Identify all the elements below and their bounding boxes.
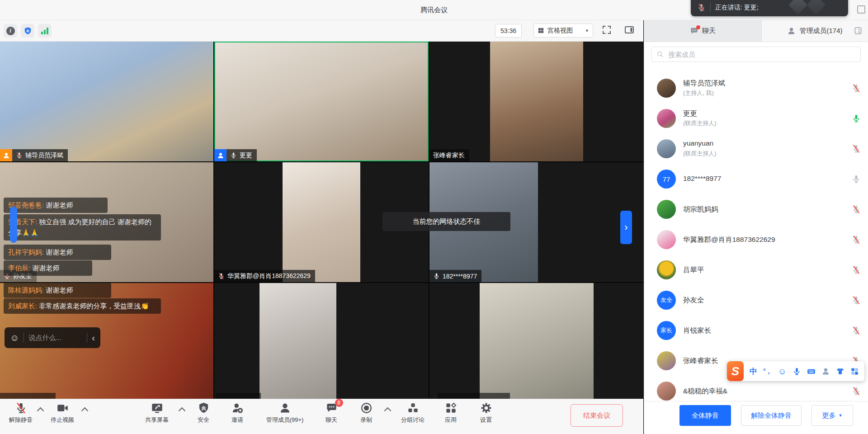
share-options-chevron[interactable]	[179, 407, 186, 415]
gear-icon	[480, 402, 492, 414]
ime-keyboard-icon[interactable]	[807, 367, 816, 376]
next-page-button[interactable]: ›	[620, 211, 632, 244]
divider	[24, 333, 24, 343]
meeting-security-button[interactable]	[21, 24, 34, 38]
chat-text: 谢谢老师	[46, 248, 73, 256]
grid-view-icon	[538, 27, 544, 34]
mic-muted-icon	[697, 3, 706, 12]
manage-members-button[interactable]: 管理成员(99+)	[258, 402, 312, 424]
settings-button[interactable]: 设置	[472, 402, 500, 424]
ime-skin-shirt-icon[interactable]	[836, 367, 844, 376]
chat-message: 邹荟尧爸爸: 谢谢老师	[4, 198, 108, 213]
layout-toggle-button[interactable]	[624, 24, 635, 35]
tab-members-label: 管理成员(174)	[799, 27, 842, 35]
mic-muted-icon[interactable]	[852, 84, 861, 93]
chat-sender: 刘威家长:	[8, 302, 37, 310]
ime-voice-icon[interactable]	[793, 367, 801, 376]
ime-language-mode[interactable]: 中	[750, 368, 757, 375]
unmute-all-button[interactable]: 解除全体静音	[741, 405, 802, 426]
person-icon	[279, 402, 291, 414]
tencent-meeting-window: 腾讯会议 i 53:36 宫格视图 ▼ 正在讲话: 更更;	[0, 0, 868, 434]
chat-input-bar[interactable]: ☺ 说点什么... ‹	[5, 327, 100, 348]
member-search-box[interactable]	[651, 47, 861, 62]
person-icon	[3, 152, 10, 159]
ime-emoji-icon[interactable]: ☺	[778, 367, 787, 376]
view-mode-label: 宫格视图	[547, 27, 573, 35]
member-row[interactable]: 更更 (联席主持人)	[644, 108, 868, 132]
collapse-chevron-icon[interactable]: ‹	[92, 333, 95, 343]
video-tile[interactable]	[214, 283, 429, 399]
bottom-toolbar: 解除静音 停止视频 共享屏幕 安全 邀请 管理成员(99+) 8	[0, 399, 643, 434]
tab-chat[interactable]: 聊天	[644, 20, 762, 42]
participant-name: 更更	[240, 151, 252, 160]
record-button[interactable]: 录制	[353, 402, 380, 424]
mute-all-button[interactable]: 全体静音	[679, 405, 731, 426]
chat-unread-badge: 8	[335, 399, 343, 407]
window-title: 腾讯会议	[420, 6, 448, 14]
video-tile[interactable]	[429, 283, 644, 399]
member-row[interactable]: 家长 肖锐家长	[644, 320, 868, 344]
ime-skin-person-icon[interactable]	[821, 367, 830, 376]
mic-on-icon	[433, 273, 440, 279]
avatar	[657, 109, 676, 128]
video-tile[interactable]: 辅导员范泽斌	[0, 42, 213, 161]
chat-sender: 李伯辰:	[8, 264, 30, 272]
breakout-rooms-button[interactable]: 分组讨论	[388, 402, 438, 424]
member-row[interactable]: 友全 孙友全	[644, 290, 868, 314]
emoji-icon[interactable]: ☺	[10, 333, 19, 343]
network-status-button[interactable]	[38, 24, 52, 38]
video-options-chevron[interactable]	[81, 407, 89, 415]
member-row[interactable]: 辅导员范泽斌 (主持人, 我)	[644, 78, 868, 102]
tile-name-tag: 张峰睿家长	[429, 149, 469, 161]
participant-name: 华翼雅郡@肖肖18873622629	[227, 272, 311, 280]
member-row[interactable]: 胡宗凯妈妈	[644, 199, 868, 223]
view-mode-dropdown[interactable]: 宫格视图 ▼	[533, 24, 593, 38]
fullscreen-icon	[601, 24, 612, 35]
mic-active-icon[interactable]	[852, 114, 861, 123]
member-row[interactable]: 华翼雅郡@肖肖18873622629	[644, 229, 868, 254]
mic-muted-icon[interactable]	[852, 205, 861, 214]
member-row[interactable]: 77 182****8977	[644, 169, 868, 193]
video-tile-active-speaker[interactable]: 更更	[214, 42, 429, 161]
tab-manage-members[interactable]: 管理成员(174)	[762, 20, 868, 42]
mic-on-icon[interactable]	[852, 175, 861, 184]
chat-input-placeholder[interactable]: 说点什么...	[28, 334, 82, 342]
tile-name-tag: 辅导员范泽斌	[0, 149, 68, 161]
video-tile[interactable]: 张峰睿家长	[429, 42, 644, 161]
chat-scrollbar-thumb[interactable]	[10, 207, 17, 243]
video-feed	[283, 162, 360, 282]
sogou-logo-icon[interactable]: S	[727, 361, 744, 381]
member-row[interactable]: 吕翠平	[644, 259, 868, 284]
chat-message: 笑看天下: 独立自强 成为更好的自己 谢谢老师的分享🙏🙏	[4, 214, 161, 241]
fullscreen-button[interactable]	[601, 24, 612, 35]
float-window-icon[interactable]	[857, 5, 865, 14]
mic-muted-icon[interactable]	[852, 144, 861, 153]
apps-button[interactable]: 应用	[437, 402, 464, 424]
tile-name-tag: 182****8977	[429, 270, 481, 282]
mic-muted-icon	[15, 402, 27, 414]
member-row[interactable]: yuanyuan (联席主持人)	[644, 138, 868, 163]
share-screen-button[interactable]: 共享屏幕	[137, 402, 177, 424]
search-input[interactable]	[667, 50, 856, 59]
stop-video-button[interactable]: 停止视频	[43, 402, 81, 424]
mic-muted-icon[interactable]	[852, 326, 861, 335]
mic-muted-icon[interactable]	[852, 235, 861, 244]
unmute-button[interactable]: 解除静音	[2, 402, 40, 424]
panel-footer: 全体静音 解除全体静音 更多 ▼	[644, 401, 868, 434]
ime-toolbox-icon[interactable]	[850, 367, 859, 376]
security-button[interactable]: 安全	[190, 402, 217, 424]
mic-muted-icon[interactable]	[852, 265, 861, 274]
more-button[interactable]: 更多 ▼	[811, 405, 853, 426]
profile-badge	[0, 149, 12, 161]
invite-button[interactable]: 邀请	[224, 402, 251, 424]
meeting-info-button[interactable]: i	[4, 24, 17, 38]
end-meeting-button[interactable]: 结束会议	[571, 404, 623, 427]
mic-muted-icon[interactable]	[852, 387, 861, 396]
ime-punctuation[interactable]: °，	[763, 368, 772, 374]
chat-message: 李伯辰: 谢谢老师	[4, 260, 92, 276]
mic-muted-icon[interactable]	[852, 296, 861, 305]
mic-on-icon	[230, 152, 237, 159]
logo-diamond	[807, 0, 826, 14]
popout-panel-icon[interactable]	[854, 26, 863, 35]
chat-button[interactable]: 8 聊天	[318, 402, 345, 424]
